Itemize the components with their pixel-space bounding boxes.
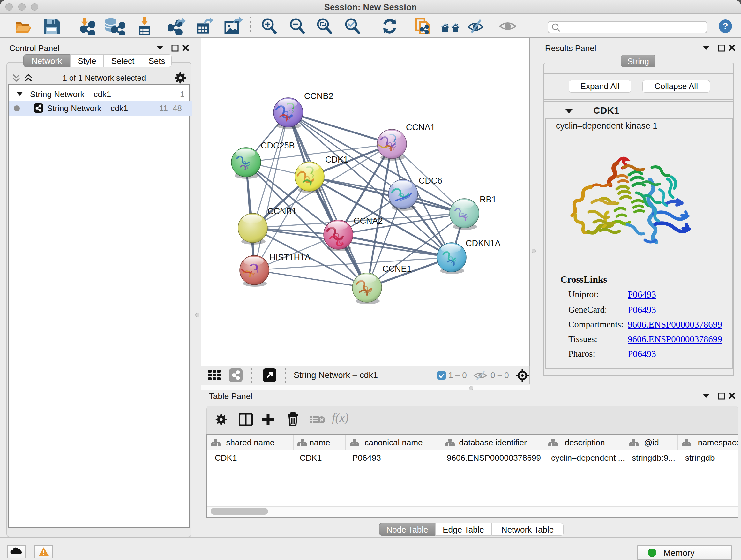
svg-text:CDC25B: CDC25B	[261, 141, 295, 150]
svg-text:CCNE1: CCNE1	[382, 264, 412, 273]
svg-text:CCNA2: CCNA2	[354, 216, 383, 226]
svg-text:RB1: RB1	[480, 195, 496, 204]
svg-text:CDKN1A: CDKN1A	[466, 239, 501, 248]
svg-text:?: ?	[723, 21, 728, 31]
svg-text:CCNA1: CCNA1	[406, 123, 435, 132]
svg-text:HIST1H1A: HIST1H1A	[269, 253, 311, 262]
svg-text:CCNB1: CCNB1	[267, 206, 297, 216]
svg-text:CCNB2: CCNB2	[304, 91, 333, 101]
svg-text:CDK1: CDK1	[325, 155, 348, 165]
svg-text:CDC6: CDC6	[419, 176, 442, 186]
